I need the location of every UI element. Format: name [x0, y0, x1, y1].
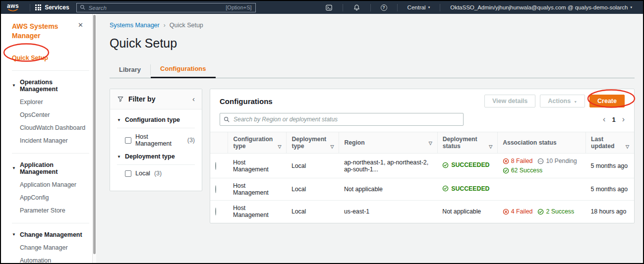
column-filter-icon[interactable]: ▽	[429, 141, 432, 146]
sidebar-item-explorer[interactable]: Explorer	[20, 99, 89, 106]
help-button[interactable]: ?	[376, 1, 392, 14]
topbar-right-cluster: ? Central ▾ OktaSSO_Admin/yjhunjhunwala@…	[320, 1, 637, 14]
cloudshell-button[interactable]	[320, 1, 338, 14]
scrollbar-thumb[interactable]	[93, 15, 96, 254]
header-label: Deployment type	[292, 136, 328, 150]
configurations-panel-header: Configurations View details Actions▼ Cre…	[210, 89, 634, 112]
failed-x-icon	[503, 209, 509, 215]
cell-deployment-status: SUCCEEDED	[437, 178, 497, 201]
cell-deployment-type: Local	[287, 201, 339, 223]
services-menu-button[interactable]: Services	[35, 4, 69, 11]
column-filter-icon[interactable]: ▽	[626, 144, 629, 150]
sidebar-item-incident-manager[interactable]: Incident Manager	[20, 137, 89, 145]
region-selector[interactable]: Central ▾	[403, 4, 435, 10]
app-window: aws Services [Option+S] ?	[0, 0, 644, 264]
cell-region: Not applicable	[339, 178, 437, 201]
table-search-row: ‹ 1 ›	[210, 112, 634, 132]
next-page-icon[interactable]: ›	[622, 116, 625, 123]
sidebar-section-change-management[interactable]: ▼ Change Management	[12, 231, 89, 238]
host-management-checkbox[interactable]	[125, 137, 131, 144]
filter-panel-header: Filter by ‹	[110, 89, 202, 109]
header-region[interactable]: Region▽	[339, 132, 437, 154]
tab-library[interactable]: Library	[110, 63, 150, 78]
header-deployment-status[interactable]: Deployment status▽	[437, 132, 497, 154]
caret-down-icon: ▼	[117, 155, 121, 159]
row-radio-button[interactable]	[215, 162, 216, 170]
sidebar-section-items: Explorer OpsCenter CloudWatch Dashboard …	[12, 99, 89, 145]
cell-last-updated: 18 hours ago	[586, 201, 635, 223]
column-filter-icon[interactable]: ▽	[278, 144, 281, 150]
table-row[interactable]: Host Management Local us-east-1 Not appl…	[210, 201, 634, 223]
sidebar-section-operations-management[interactable]: ▼ Operations Management	[12, 79, 89, 93]
column-filter-icon[interactable]: ▽	[330, 144, 334, 150]
cell-deployment-type: Local	[287, 154, 339, 178]
topbar-divider	[370, 4, 371, 11]
filter-group-label: Configuration type	[125, 116, 180, 123]
tab-configurations[interactable]: Configurations	[151, 62, 215, 78]
header-configuration-type[interactable]: Configuration type▽	[228, 132, 287, 154]
sidebar-item-parameter-store[interactable]: Parameter Store	[20, 207, 89, 214]
sidebar-item-application-manager[interactable]: Application Manager	[20, 181, 89, 189]
current-page-number[interactable]: 1	[612, 116, 615, 123]
page-title: Quick Setup	[110, 36, 635, 51]
cell-deployment-status: Not applicable	[437, 201, 497, 223]
select-all-header	[210, 132, 228, 154]
table-row[interactable]: Host Management Local Not applicable SUC…	[210, 178, 634, 201]
panel-action-buttons: View details Actions▼ Create	[484, 95, 625, 107]
bell-icon	[353, 4, 360, 11]
notifications-button[interactable]	[348, 1, 365, 14]
row-radio-button[interactable]	[215, 185, 216, 193]
sidebar-item-cloudwatch-dashboard[interactable]: CloudWatch Dashboard	[20, 124, 89, 132]
filter-group-configuration-type[interactable]: ▼ Configuration type	[117, 116, 195, 128]
local-checkbox[interactable]	[125, 170, 131, 177]
aws-logo-text: aws	[7, 3, 19, 9]
previous-page-icon[interactable]: ‹	[603, 116, 605, 123]
header-association-status: Association status	[498, 132, 586, 154]
header-label: Region	[344, 139, 364, 146]
breadcrumb: Systems Manager › Quick Setup	[110, 22, 635, 29]
actions-button[interactable]: Actions▼	[540, 95, 585, 107]
success-check-icon	[442, 185, 449, 192]
failed-x-icon	[503, 158, 509, 164]
help-icon: ?	[381, 4, 387, 11]
table-search-input[interactable]	[220, 113, 464, 126]
sidebar: ✕ AWS Systems Manager Quick Setup ▼ Oper…	[1, 14, 96, 263]
topbar-divider	[397, 4, 398, 11]
account-menu[interactable]: OktaSSO_Admin/yjhunjhunwala@qualys.com @…	[445, 4, 637, 10]
collapse-panel-icon[interactable]: ‹	[192, 96, 195, 102]
cloudshell-terminal-icon	[325, 4, 333, 11]
row-radio-button[interactable]	[215, 208, 216, 215]
sidebar-item-change-manager[interactable]: Change Manager	[20, 244, 89, 252]
caret-down-icon: ▼	[12, 83, 16, 88]
configurations-table: Configuration type▽ Deployment type▽ Reg…	[210, 132, 634, 222]
aws-logo[interactable]: aws	[7, 3, 19, 12]
actions-button-label: Actions	[548, 98, 571, 105]
caret-down-icon: ▼	[12, 232, 16, 237]
table-row[interactable]: Host Management Local ap-northeast-1, ap…	[210, 154, 634, 178]
filter-option-host-management: Host Management (3)	[117, 128, 195, 153]
sidebar-item-opscenter[interactable]: OpsCenter	[20, 111, 89, 119]
filter-group-deployment-type[interactable]: ▼ Deployment type	[117, 153, 195, 165]
sidebar-item-appconfig[interactable]: AppConfig	[20, 194, 89, 202]
breadcrumb-current: Quick Setup	[170, 22, 203, 29]
breadcrumb-systems-manager-link[interactable]: Systems Manager	[110, 22, 160, 29]
configurations-panel-title: Configurations	[220, 97, 484, 106]
sidebar-close-icon[interactable]: ✕	[78, 22, 83, 28]
assoc-success-text: 2 Success	[546, 208, 574, 215]
view-details-button[interactable]: View details	[484, 95, 535, 107]
column-filter-icon[interactable]: ▽	[489, 144, 492, 150]
create-button[interactable]: Create	[589, 95, 625, 107]
assoc-failed-text: 4 Failed	[511, 208, 533, 215]
assoc-failed-text: 8 Failed	[511, 158, 533, 164]
deployment-status-text: SUCCEEDED	[451, 185, 489, 192]
header-last-updated[interactable]: Last updated▽	[586, 132, 635, 154]
chevron-down-icon: ▾	[428, 5, 430, 9]
sidebar-scrollbar[interactable]	[92, 14, 96, 263]
app-body: ✕ AWS Systems Manager Quick Setup ▼ Oper…	[1, 14, 643, 263]
chevron-down-icon: ▼	[574, 100, 577, 104]
sidebar-section-application-management[interactable]: ▼ Application Management	[12, 161, 89, 175]
sidebar-item-quick-setup[interactable]: Quick Setup	[12, 54, 48, 61]
sidebar-item-automation[interactable]: Automation	[20, 257, 89, 264]
header-deployment-type[interactable]: Deployment type▽	[287, 132, 339, 154]
main-content: Systems Manager › Quick Setup Quick Setu…	[96, 14, 643, 263]
